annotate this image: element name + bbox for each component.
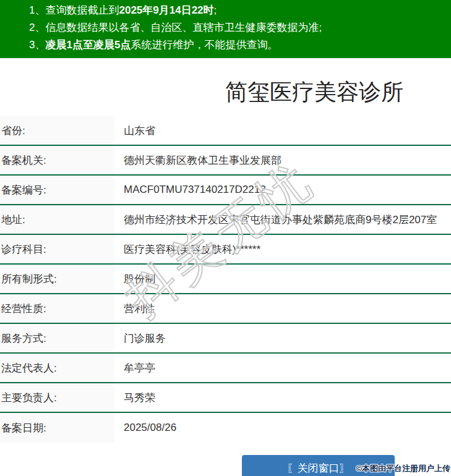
row-label: 经营性质:: [0, 294, 114, 323]
notice-text-bold: 凌晨1点至凌晨5点: [45, 39, 131, 51]
table-row: 法定代表人: 牟亭亭: [0, 354, 451, 383]
row-value: 股份制: [114, 265, 451, 293]
row-label: 诊疗科目:: [0, 235, 114, 263]
notice-text: ;: [214, 4, 217, 16]
notice-text: 查询数据截止到: [45, 4, 119, 16]
notice-text: 信息数据结果以各省、自治区、直辖市卫生健康委数据为准;: [45, 22, 322, 33]
table-row: 所有制形式: 股份制: [0, 265, 451, 294]
row-label: 主要负责人:: [0, 383, 114, 412]
row-value: 医疗美容科(美容皮肤科)******: [114, 235, 451, 263]
row-value: 德州市经济技术开发区宋官屯街道办事处紫麟苑底商9号楼2层207室: [114, 205, 451, 234]
table-row: 地址: 德州市经济技术开发区宋官屯街道办事处紫麟苑底商9号楼2层207室: [0, 205, 451, 235]
notice-number: 3、: [29, 39, 45, 51]
row-label: 省份:: [0, 116, 114, 145]
row-label: 所有制形式:: [0, 265, 114, 293]
row-label: 备案机关:: [0, 146, 114, 174]
notice-item: 1、查询数据截止到2025年9月14日22时;: [29, 2, 451, 19]
row-label: 备案日期:: [0, 413, 114, 443]
row-value: MACF0TMU737140217D2212: [114, 176, 451, 204]
row-value: 营利性: [114, 294, 451, 323]
table-row: 备案日期: 2025/08/26: [0, 413, 451, 443]
copyright-note: ©本图由平台注册用户上传: [356, 463, 450, 474]
table-row: 备案机关: 德州天衢新区教体卫生事业发展部: [0, 146, 451, 176]
row-value: 牟亭亭: [114, 354, 451, 382]
notice-text: 系统进行维护，不能提供查询。: [131, 39, 278, 51]
info-table: 省份: 山东省 备案机关: 德州天衢新区教体卫生事业发展部 备案编号: MACF…: [0, 116, 451, 443]
row-label: 法定代表人:: [0, 354, 114, 382]
row-label: 服务方式:: [0, 324, 114, 352]
table-row: 省份: 山东省: [0, 116, 451, 146]
row-label: 地址:: [0, 205, 114, 234]
notice-bar: 1、查询数据截止到2025年9月14日22时; 2、信息数据结果以各省、自治区、…: [0, 0, 451, 58]
table-row: 诊疗科目: 医疗美容科(美容皮肤科)******: [0, 235, 451, 265]
row-label: 备案编号:: [0, 176, 114, 204]
notice-number: 2、: [29, 22, 45, 33]
table-row: 服务方式: 门诊服务: [0, 324, 451, 354]
page-title: 简玺医疗美容诊所: [0, 80, 451, 104]
footer: 〖关闭窗口〗 ©本图由平台注册用户上传: [0, 455, 451, 476]
table-row: 备案编号: MACF0TMU737140217D2212: [0, 176, 451, 205]
row-value: 山东省: [114, 116, 451, 145]
row-value: 马秀荣: [114, 383, 451, 412]
row-value: 门诊服务: [114, 324, 451, 352]
row-value: 2025/08/26: [114, 413, 451, 443]
table-row: 经营性质: 营利性: [0, 294, 451, 324]
notice-number: 1、: [29, 4, 45, 16]
notice-text-bold: 2025年9月14日22时: [119, 4, 213, 16]
notice-item: 2、信息数据结果以各省、自治区、直辖市卫生健康委数据为准;: [29, 19, 451, 36]
row-value: 德州天衢新区教体卫生事业发展部: [114, 146, 451, 174]
notice-item: 3、凌晨1点至凌晨5点系统进行维护，不能提供查询。: [29, 36, 451, 54]
table-row: 主要负责人: 马秀荣: [0, 383, 451, 413]
